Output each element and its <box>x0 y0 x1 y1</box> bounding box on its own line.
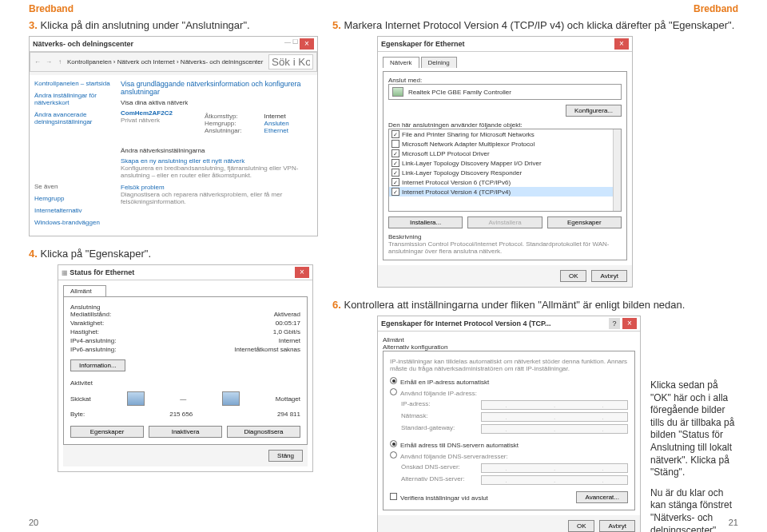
ethernet-props-window: Egenskaper för Ethernet × Nätverk Delnin… <box>377 36 633 288</box>
active-netw-heading: Visa dina aktiva nätverk <box>121 99 312 106</box>
page-header: Bredband Bredband <box>0 0 767 14</box>
close-icon[interactable]: × <box>295 267 309 278</box>
status-window: ▦ Status för Ethernet × Allmänt Anslutni… <box>58 264 313 472</box>
list-item[interactable]: Microsoft Network Adapter Multiplexor Pr… <box>402 141 535 148</box>
disable-button[interactable]: Inaktivera <box>149 426 222 438</box>
recv-label: Mottaget <box>276 395 300 403</box>
minimize-icon[interactable]: — <box>284 38 291 50</box>
breadcrumb[interactable]: Kontrollpanelen › Nätverk och Internet ›… <box>67 58 265 66</box>
homegroup-value[interactable]: Ansluten <box>264 120 289 127</box>
nav-fwd-icon[interactable]: → <box>45 58 53 66</box>
diagnose-button[interactable]: Diagnostisera <box>227 426 300 438</box>
nav-sharing[interactable]: Ändra avancerade delningsinställningar <box>34 111 114 125</box>
checkbox[interactable]: ✓ <box>391 188 399 196</box>
properties-button[interactable]: Egenskaper <box>70 426 144 438</box>
speed-value: 1,0 Gbit/s <box>185 328 300 335</box>
close-icon[interactable]: × <box>622 318 637 329</box>
list-item[interactable]: Microsoft LLDP Protocol Driver <box>402 150 490 157</box>
gw-label: Standard-gateway: <box>401 424 481 434</box>
duration-label: Varaktighet: <box>70 320 185 327</box>
checkbox[interactable] <box>391 140 399 148</box>
mask-label: Nätmask: <box>401 412 481 422</box>
eprops-title: Egenskaper för Ethernet <box>381 40 465 48</box>
advanced-button[interactable]: Avancerat... <box>576 491 628 503</box>
step4-text: Klicka på "Egenskaper". <box>40 248 151 260</box>
close-icon[interactable]: × <box>300 38 314 50</box>
protocol-list[interactable]: ✓File and Printer Sharing for Microsoft … <box>388 129 622 212</box>
new-connection-link[interactable]: Skapa en ny anslutning eller ett nytt nä… <box>121 157 312 165</box>
nav-adapter[interactable]: Ändra inställningar för nätverkskort <box>34 92 114 106</box>
note-p1: Klicka sedan på "OK" här och i alla före… <box>650 379 738 479</box>
step5-line: 5. Markera Internet Protocol Version 4 (… <box>332 19 738 31</box>
manual-dns-label: Använd följande DNS-serveradresser: <box>400 453 508 460</box>
maximize-icon[interactable]: ☐ <box>292 38 298 50</box>
ipv4-label: IPv4-anslutning: <box>70 337 185 344</box>
step5-num: 5. <box>332 19 341 31</box>
monitor-icon <box>222 391 240 406</box>
see-also-hemgrupp[interactable]: Hemgrupp <box>34 195 114 202</box>
homegroup-label: Hemgrupp: <box>205 120 242 127</box>
cancel-button[interactable]: Avbryt <box>591 270 627 282</box>
radio-auto-ip[interactable] <box>390 377 397 384</box>
list-item[interactable]: Link-Layer Topology Discovery Responder <box>402 169 522 177</box>
see-also-internet[interactable]: Internetalternativ <box>34 207 114 214</box>
nav-up-icon[interactable]: ↑ <box>56 58 64 66</box>
list-item[interactable]: Link-Layer Topology Discovery Mapper I/O… <box>402 160 542 167</box>
uninstall-button[interactable]: Avinstallera <box>467 216 542 228</box>
checkbox[interactable]: ✓ <box>391 130 399 138</box>
activity-heading: Aktivitet <box>70 379 300 387</box>
connections-value[interactable]: Ethernet <box>264 127 289 134</box>
radio-auto-dns[interactable] <box>390 440 397 447</box>
tab-alt-config[interactable]: Alternativ konfiguration <box>383 343 635 351</box>
nav-back-icon[interactable]: ← <box>34 58 42 66</box>
step5-text: Markera Internet Protocol Version 4 (TCP… <box>344 19 734 31</box>
dns1-field: ... <box>481 463 628 473</box>
configure-button[interactable]: Konfigurera... <box>566 105 622 117</box>
step3-text: Klicka på din anslutning under "Anslutni… <box>40 19 249 31</box>
header-left: Bredband <box>29 3 74 14</box>
connections-label: Anslutningar: <box>205 127 242 134</box>
ipv4-value: Internet <box>185 337 300 344</box>
ip-field: ... <box>481 400 628 410</box>
list-item[interactable]: Internet Protocol Version 6 (TCP/IPv6) <box>402 179 511 186</box>
uses-heading: Den här anslutningen använder följande o… <box>388 121 622 129</box>
install-button[interactable]: Installera... <box>388 216 463 228</box>
list-item[interactable]: File and Printer Sharing for Microsoft N… <box>402 131 535 138</box>
checkbox[interactable]: ✓ <box>391 149 399 157</box>
manual-ip-label: Använd följande IP-adress: <box>400 390 477 397</box>
ipv4-props-window: Egenskaper för Internet Protocol Version… <box>377 316 641 532</box>
state-value: Aktiverad <box>185 311 300 318</box>
checkbox[interactable]: ✓ <box>391 159 399 167</box>
step4-num: 4. <box>29 248 38 260</box>
iprops-intro: IP-inställningar kan tilldelas automatis… <box>390 358 628 372</box>
radio-manual-ip[interactable] <box>390 388 397 395</box>
network-type: Privat nätverk <box>121 117 173 124</box>
tab-general[interactable]: Allmänt <box>63 285 106 296</box>
network-name[interactable]: ComHem2AF2C2 <box>121 109 173 117</box>
information-button[interactable]: Information... <box>70 359 125 371</box>
left-nav: Kontrollpanelen – startsida Ändra instäl… <box>34 80 114 231</box>
dns2-label: Alternativ DNS-server: <box>401 475 481 485</box>
adapter-name: Realtek PCIe GBE Family Controller <box>408 89 511 96</box>
tab-sharing[interactable]: Delning <box>421 57 457 68</box>
properties-button[interactable]: Egenskaper <box>547 216 622 228</box>
scrollbar[interactable] <box>613 129 621 211</box>
close-icon[interactable]: × <box>614 38 629 50</box>
search-input[interactable] <box>268 54 313 69</box>
close-button[interactable]: Stäng <box>268 450 303 462</box>
auto-ip-label: Erhåll en IP-adress automatiskt <box>400 379 489 386</box>
checkbox[interactable]: ✓ <box>391 178 399 186</box>
help-icon[interactable]: ? <box>609 318 620 329</box>
tab-general[interactable]: Allmänt <box>383 336 635 343</box>
list-item-ipv4[interactable]: Internet Protocol Version 4 (TCP/IPv4) <box>402 189 511 196</box>
validate-checkbox[interactable] <box>390 493 397 500</box>
breadcrumb-bar: ← → ↑ Kontrollpanelen › Nätverk och Inte… <box>30 52 317 72</box>
ok-button[interactable]: OK <box>560 270 587 282</box>
nav-home[interactable]: Kontrollpanelen – startsida <box>34 80 114 87</box>
checkbox[interactable]: ✓ <box>391 169 399 177</box>
see-also-firewall[interactable]: Windows-brandväggen <box>34 219 114 226</box>
radio-manual-dns[interactable] <box>390 451 397 459</box>
nic-icon: ▦ <box>62 269 68 276</box>
tab-network[interactable]: Nätverk <box>383 57 419 68</box>
troubleshoot-link[interactable]: Felsök problem <box>121 184 312 191</box>
